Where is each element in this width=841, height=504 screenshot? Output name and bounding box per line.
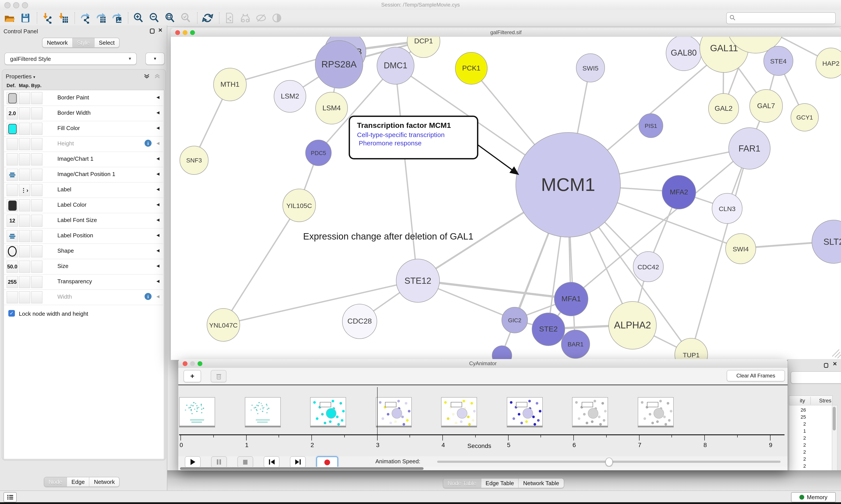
expand-property-icon[interactable]: ◀ [156,279,159,283]
expand-property-icon[interactable]: ◀ [156,294,159,299]
byp-cell[interactable] [31,260,42,273]
expand-property-icon[interactable]: ◀ [156,156,159,161]
expand-property-icon[interactable]: ◀ [156,233,159,237]
frame-thumbnail-3[interactable] [376,397,412,426]
lock-checkbox[interactable]: ✓ [8,310,15,317]
byp-cell[interactable] [31,168,42,181]
network-node-ste12[interactable]: STE12 [396,259,440,303]
style-selector[interactable]: galFiltered Style ▼ [4,53,137,65]
def-cell[interactable] [6,153,18,165]
expand-property-icon[interactable]: ◀ [156,126,159,130]
skip-end-button[interactable] [290,456,306,468]
column-header-stress[interactable]: Stres [819,398,831,404]
expand-property-icon[interactable]: ◀ [156,248,159,253]
property-row-image-chart-1[interactable]: Image/Chart 1◀ [4,151,163,167]
map-cell[interactable]: ⋮› [19,184,30,196]
properties-header[interactable]: Properties ▾ [6,73,35,80]
table-cell[interactable]: 2 [789,449,806,454]
def-cell[interactable] [6,291,18,303]
export-image-icon[interactable] [110,12,123,24]
byp-cell[interactable] [31,123,42,135]
byp-cell[interactable] [31,138,42,150]
delete-frame-button[interactable] [211,370,227,382]
tab-edge-table[interactable]: Edge Table [481,479,519,488]
collapse-all-icon[interactable] [154,73,160,81]
network-node-swi5[interactable]: SWI5 [576,53,605,82]
frame-thumbnail-4[interactable] [441,397,477,426]
frame-thumbnail-1[interactable] [245,397,281,426]
network-node-ynl047c[interactable]: YNL047C [207,308,240,342]
vertical-scrollbar[interactable] [832,405,838,474]
def-cell[interactable] [6,123,18,135]
skip-start-button[interactable] [264,456,280,468]
save-session-icon[interactable] [19,12,32,24]
style-options-button[interactable]: ▼ [145,53,165,65]
map-cell[interactable] [19,245,30,257]
tab-style[interactable]: Style [72,38,94,47]
property-row-label-position[interactable]: Label Position◀ [4,228,163,244]
network-node-dmc1[interactable]: DMC1 [377,47,414,85]
network-node-mfa2[interactable]: MFA2 [662,175,696,209]
expand-property-icon[interactable]: ◀ [156,264,159,268]
frame-thumbnail-6[interactable] [572,397,608,426]
network-node-cdc28[interactable]: CDC28 [342,304,377,339]
byp-cell[interactable] [31,153,42,165]
float-panel-icon[interactable] [149,28,155,35]
network-node-pdc5[interactable]: PDC5 [305,140,332,166]
def-cell[interactable] [6,138,18,150]
clear-all-frames-button[interactable]: Clear All Frames [727,370,785,381]
cyanimator-titlebar[interactable]: CyAnimator [178,359,788,368]
float-panel-icon[interactable] [823,362,828,370]
byp-cell[interactable] [31,276,42,288]
table-cell[interactable]: 2 [789,435,806,440]
property-row-image-chart-position-1[interactable]: Image/Chart Position 1◀ [4,167,163,183]
byp-cell[interactable] [31,230,42,242]
frame-thumbnail-2[interactable] [310,397,346,426]
table-cell[interactable]: 25 [789,414,806,419]
add-frame-button[interactable]: + [183,370,201,382]
play-button[interactable] [185,456,201,468]
tab-node[interactable]: Node [44,477,67,486]
property-row-width[interactable]: Widthi◀ [4,289,163,305]
network-node-cln3[interactable]: CLN3 [712,193,742,224]
column-header-centrality[interactable]: ity [800,398,805,404]
tab-node-table[interactable]: Node Table [443,479,481,488]
memory-button[interactable]: Memory [791,492,836,502]
map-cell[interactable] [19,260,30,273]
network-node-gal2[interactable]: GAL2 [708,93,739,124]
def-cell[interactable]: 12 [6,215,18,227]
info-icon[interactable]: i [145,140,151,147]
byp-cell[interactable] [31,199,42,212]
table-cell[interactable]: 2 [789,456,806,462]
tab-network-bottom[interactable]: Network [90,477,119,486]
map-cell[interactable] [19,199,30,212]
byp-cell[interactable] [31,291,42,303]
def-cell[interactable]: 255 [6,276,18,288]
table-toolbar-button-fragment[interactable] [791,371,841,383]
map-cell[interactable] [19,276,30,288]
expand-all-icon[interactable] [144,73,150,81]
network-node-cdc42[interactable]: CDC42 [633,251,664,282]
property-row-label-font-size[interactable]: 12Label Font Size◀ [4,213,163,229]
network-node-lsm4[interactable]: LSM4 [315,92,348,124]
property-row-label-color[interactable]: Label Color◀ [4,197,163,213]
network-node-gic2[interactable]: GIC2 [502,307,528,333]
property-row-shape[interactable]: Shape◀ [4,244,163,259]
network-node-yil105c[interactable]: YIL105C [283,189,316,222]
frame-thumbnail-7[interactable] [638,397,674,426]
property-row-border-paint[interactable]: Border Paint◀ [4,90,163,106]
table-cell[interactable]: 2 [789,463,806,469]
map-cell[interactable] [19,215,30,227]
horizontal-scrollbar[interactable] [178,467,788,470]
import-table-icon[interactable] [57,12,69,24]
tab-network-table[interactable]: Network Table [519,479,563,488]
network-node-pck1[interactable]: PCK1 [455,52,487,85]
lock-size-row[interactable]: ✓Lock node width and height [4,309,163,322]
network-node-pis1[interactable]: PIS1 [639,113,663,138]
def-cell[interactable] [6,184,18,196]
info-icon[interactable]: i [145,293,151,300]
tab-network[interactable]: Network [42,38,72,47]
property-row-label[interactable]: ⋮›Label◀ [4,182,163,198]
open-file-icon[interactable] [3,12,16,24]
export-network-icon[interactable] [79,12,91,24]
